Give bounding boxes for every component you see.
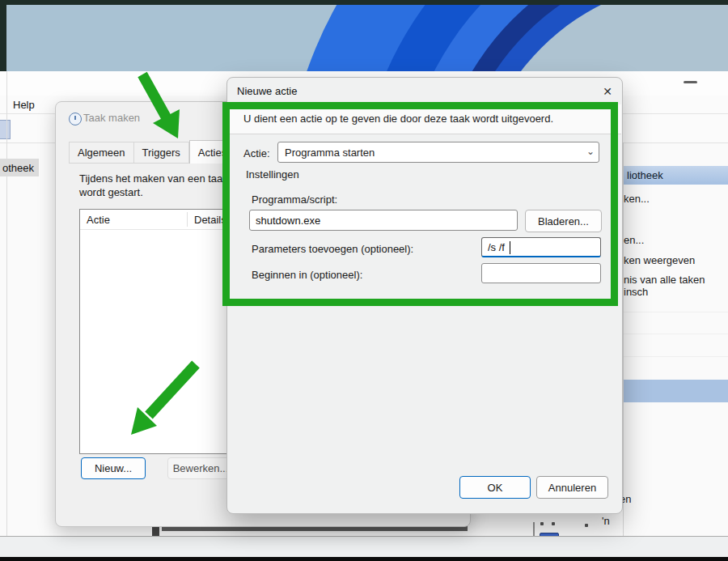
new-action-dialog: Nieuwe actie ✕ U dient een actie op te g…	[226, 77, 623, 514]
pane-divider	[624, 334, 728, 334]
parameters-input[interactable]	[481, 237, 601, 257]
selected-task-row[interactable]	[624, 380, 728, 402]
windows-bloom-art	[0, 0, 728, 71]
program-label: Programma/script:	[252, 193, 337, 206]
tab-triggers[interactable]: Triggers	[134, 142, 189, 164]
clock-icon	[69, 113, 82, 125]
actions-pane-item[interactable]: nis van alle taken insch	[624, 274, 728, 298]
edit-action-button[interactable]: Bewerken...	[167, 457, 234, 479]
tab-general[interactable]: Algemeen	[69, 142, 134, 164]
minimize-button[interactable]	[684, 81, 697, 83]
window-left-border	[6, 71, 7, 537]
tree-item-library[interactable]: otheek	[0, 159, 39, 176]
pane-divider	[624, 356, 728, 357]
chevron-down-icon[interactable]: ⌄	[586, 146, 595, 157]
ok-button[interactable]: OK	[459, 476, 531, 499]
screen-left-edge	[0, 0, 6, 71]
screenshot-root: Help otheek liotheek ken... en... ken we…	[0, 0, 728, 561]
settings-group-label: Instellingen	[246, 168, 299, 181]
dialog-title: Taak maken	[83, 112, 140, 124]
pane-divider	[624, 312, 728, 312]
background-dot	[552, 522, 555, 525]
tab-intro-text: Tijdens het maken van een taak wordt ges…	[79, 172, 241, 199]
pane-text-fragment: 'n	[602, 515, 610, 527]
actions-pane-header[interactable]: liotheek	[624, 166, 728, 185]
cancel-button[interactable]: Annuleren	[536, 476, 608, 499]
start-in-label: Beginnen in (optioneel):	[252, 269, 362, 281]
toolbar-icon[interactable]	[0, 120, 11, 139]
actions-pane-item[interactable]: ken weergeven	[624, 254, 695, 266]
parameters-label: Parameters toevoegen (optioneel):	[252, 243, 413, 255]
menu-help[interactable]: Help	[13, 99, 35, 111]
screen-top-edge	[0, 0, 728, 5]
start-in-input[interactable]	[481, 263, 601, 283]
desktop-wallpaper	[0, 0, 728, 71]
action-type-dropdown[interactable]: Programma starten	[277, 142, 599, 163]
browse-button[interactable]: Bladeren...	[525, 210, 602, 232]
new-action-button[interactable]: Nieuw...	[81, 457, 146, 479]
actions-pane-item[interactable]: en...	[624, 234, 644, 246]
column-details[interactable]: Details	[188, 214, 226, 226]
background-dot	[540, 522, 544, 525]
background-dot	[585, 524, 588, 527]
column-actie[interactable]: Actie	[80, 214, 187, 226]
actions-pane-item[interactable]: ken...	[624, 193, 650, 205]
program-input[interactable]	[249, 210, 518, 231]
dialog-description: U dient een actie op te geven die door d…	[243, 113, 553, 125]
screen-bottom-edge	[0, 557, 728, 561]
text-caret	[510, 241, 510, 254]
action-label: Actie:	[243, 147, 270, 159]
close-icon[interactable]: ✕	[598, 83, 617, 100]
dialog-title: Nieuwe actie	[237, 85, 297, 97]
status-bar	[0, 537, 728, 557]
intro-line-2: wordt gestart.	[79, 185, 241, 199]
intro-line-1: Tijdens het maken van een taak	[79, 172, 241, 185]
dropdown-selected-value: Programma starten	[285, 147, 375, 159]
